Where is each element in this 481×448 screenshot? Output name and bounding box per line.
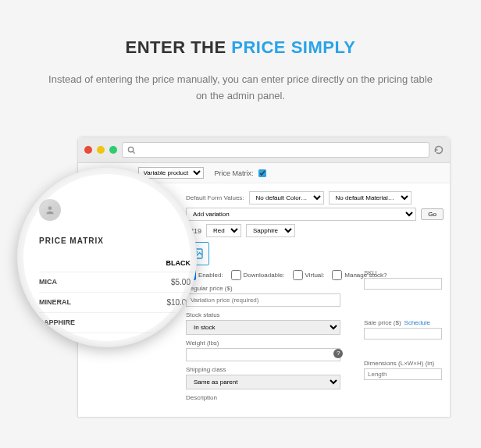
go-button[interactable]: Go: [421, 208, 444, 220]
sku-input[interactable]: [364, 278, 442, 290]
help-icon[interactable]: ?: [333, 349, 343, 358]
variation-color-select[interactable]: Red: [206, 224, 241, 237]
table-row: MICA $5.00: [39, 272, 197, 293]
default-form-row: Default Form Values: No default Color… N…: [186, 191, 444, 204]
default-material-select[interactable]: No default Material…: [329, 191, 412, 204]
reload-icon[interactable]: [434, 145, 444, 155]
add-variation-select[interactable]: Add variation: [186, 208, 416, 221]
avatar-row: [39, 199, 197, 221]
default-color-select[interactable]: No default Color…: [249, 191, 324, 204]
url-bar[interactable]: [122, 142, 429, 158]
price-matrix-title: PRICE MATRIX: [39, 236, 197, 245]
page-title: ENTER THE PRICE SIMPLY: [31, 37, 450, 58]
svg-point-4: [48, 206, 52, 210]
price-matrix-label: Price Matrix:: [215, 169, 254, 177]
downloadable-checkbox[interactable]: [231, 270, 241, 280]
sale-price-label: Sale price ($)Schedule: [364, 319, 442, 326]
svg-point-0: [128, 147, 133, 151]
variation-row: #219 Red Sapphire: [186, 224, 444, 237]
weight-input[interactable]: [186, 348, 340, 361]
hero: ENTER THE PRICE SIMPLY Instead of enteri…: [0, 0, 481, 123]
row-label: MICA: [39, 278, 150, 286]
description-group: Description: [186, 394, 444, 401]
avatar-icon: [39, 199, 61, 221]
description-label: Description: [186, 394, 444, 401]
browser-chrome: [78, 137, 450, 163]
schedule-link[interactable]: Schedule: [404, 319, 430, 326]
enabled-label: Enabled:: [198, 272, 223, 279]
stock-status-select[interactable]: In stock: [186, 320, 340, 335]
svg-line-1: [133, 151, 135, 153]
maximize-icon[interactable]: [109, 146, 117, 154]
minimize-icon[interactable]: [97, 146, 105, 154]
row-label: MINERAL: [39, 298, 150, 307]
shipping-select[interactable]: Same as parent: [186, 375, 340, 389]
default-form-label: Default Form Values:: [186, 194, 244, 201]
magnifier-lens: PRICE MATRIX BLACK MICA $5.00 MINERAL $1…: [17, 168, 197, 347]
subtitle: Instead of entering the price manually, …: [45, 72, 436, 105]
regular-price-input[interactable]: [186, 293, 340, 307]
sale-price-input[interactable]: [364, 328, 442, 340]
row-price: $5.00: [150, 278, 197, 286]
side-column: SKU Sale price ($)Schedule Dimensions (L…: [364, 269, 442, 386]
title-dark: ENTER THE: [125, 37, 226, 57]
sku-label: SKU: [364, 269, 442, 276]
variation-material-select[interactable]: Sapphire: [246, 224, 295, 237]
price-matrix-checkbox[interactable]: [258, 169, 266, 177]
virtual-checkbox[interactable]: [293, 270, 303, 280]
table-header: BLACK: [39, 254, 197, 272]
search-icon: [127, 146, 136, 155]
dimensions-input[interactable]: [364, 368, 442, 380]
downloadable-label: Downloadable:: [244, 272, 285, 279]
col-black: BLACK: [150, 259, 197, 267]
dimensions-label: Dimensions (L×W×H) (in): [364, 360, 442, 367]
add-variation-row: Add variation Go: [186, 208, 444, 221]
table-row: MINERAL $10.00: [39, 293, 197, 313]
close-icon[interactable]: [84, 146, 92, 154]
manage-stock-checkbox[interactable]: [332, 270, 342, 280]
row-label: SAPPHIRE: [39, 318, 150, 327]
virtual-label: Virtual:: [305, 272, 325, 279]
title-accent: PRICE SIMPLY: [231, 37, 355, 57]
